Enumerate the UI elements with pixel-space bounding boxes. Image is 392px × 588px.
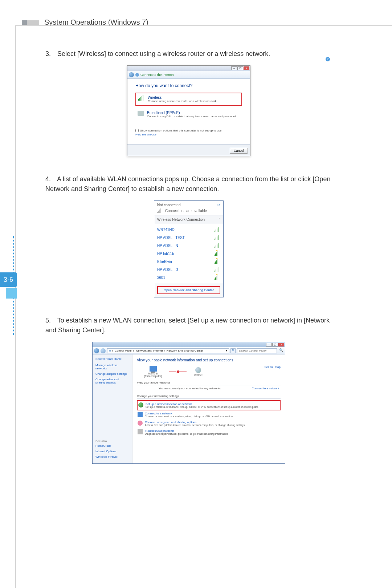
header-bullet-icon bbox=[22, 20, 39, 25]
connect-network-item[interactable]: Connect to a networkConnect or reconnect… bbox=[137, 410, 281, 419]
sidebar-link[interactable]: Change advanced sharing settings bbox=[95, 378, 129, 384]
signal-weak-icon bbox=[215, 267, 220, 272]
breadcrumb-segment: Network and Sharing Center bbox=[167, 349, 203, 352]
item-desc: Connect or reconnect to a wireless, wire… bbox=[145, 415, 233, 418]
main-pane: View your basic network information and … bbox=[132, 354, 285, 463]
sidebar-link[interactable]: Change adapter settings bbox=[95, 372, 129, 376]
see-also-label: See also bbox=[95, 439, 118, 443]
breadcrumb-segment: Control Panel bbox=[115, 349, 132, 352]
signal-icon bbox=[215, 235, 220, 240]
step-number: 3. bbox=[45, 49, 56, 59]
step-text: A list of available WLAN connections pop… bbox=[45, 175, 330, 192]
control-panel-home-link[interactable]: Control Panel Home bbox=[95, 357, 129, 361]
back-icon[interactable] bbox=[129, 72, 134, 77]
maximize-icon[interactable]: ▢ bbox=[272, 343, 278, 346]
setup-new-connection-item[interactable]: Set up a new connection or networkSet up… bbox=[137, 400, 281, 410]
refresh-icon[interactable]: ⟳ bbox=[230, 348, 236, 353]
homegroup-item[interactable]: Choose homegroup and sharing optionsAcce… bbox=[137, 419, 281, 428]
see-full-map-link[interactable]: See full map bbox=[265, 365, 281, 369]
content-area: 3. Select [Wireless] to connect using a … bbox=[45, 49, 332, 464]
see-also-link[interactable]: Windows Firewall bbox=[95, 455, 118, 458]
item-desc: Diagnose and repair network problems, or… bbox=[145, 433, 228, 435]
page-number-tab: 3-6 bbox=[0, 236, 17, 335]
close-icon[interactable]: x bbox=[278, 343, 284, 346]
settings-header: Change your networking settings bbox=[137, 394, 281, 399]
forward-icon[interactable] bbox=[135, 73, 139, 77]
step-number: 4. bbox=[45, 174, 56, 184]
search-icon[interactable]: 🔍 bbox=[278, 348, 283, 353]
wlan-item[interactable]: EllieElvin bbox=[157, 257, 220, 265]
maximize-icon[interactable]: ▢ bbox=[237, 66, 243, 70]
homegroup-icon bbox=[138, 421, 143, 426]
cancel-button[interactable]: Cancel bbox=[230, 148, 248, 154]
breadcrumb-path[interactable]: ◈ ▸Control Panel ▸Network and Internet ▸… bbox=[107, 348, 229, 353]
address-bar: ◈ ▸Control Panel ▸Network and Internet ▸… bbox=[93, 347, 285, 354]
internet-node: Internet bbox=[194, 367, 203, 376]
show-options-checkbox[interactable] bbox=[135, 129, 139, 132]
signal-icon bbox=[157, 208, 163, 213]
wlan-section-header[interactable]: Wireless Network Connection ˄ bbox=[154, 215, 223, 224]
step-text: To establish a new WLAN connection, sele… bbox=[45, 317, 330, 334]
option-desc: Connect using DSL or cable that requires… bbox=[147, 115, 237, 118]
signal-icon bbox=[215, 227, 220, 232]
help-me-choose-link[interactable]: Help me choose bbox=[135, 133, 242, 136]
sidebar: Control Panel Home Manage wireless netwo… bbox=[93, 354, 132, 463]
network-map: MSI-MSI (This computer) ——✖—— Internet bbox=[137, 366, 281, 377]
minimize-icon[interactable]: – bbox=[266, 343, 272, 346]
search-input[interactable] bbox=[237, 348, 277, 353]
step-text: Select [Wireless] to connect using a wir… bbox=[57, 50, 270, 57]
refresh-icon[interactable]: ⟳ bbox=[217, 203, 220, 207]
item-title: Connect to a network bbox=[145, 412, 233, 415]
wlan-name: 3601 bbox=[157, 276, 165, 280]
wlan-status: Not connected ⟳ Connections are availabl… bbox=[154, 201, 223, 215]
see-also-section: See also HomeGroup Internet Options Wind… bbox=[95, 439, 118, 461]
signal-icon bbox=[215, 243, 220, 248]
wlan-item[interactable]: HP ADSL - TEST bbox=[157, 234, 220, 242]
wizard-footer: Cancel bbox=[127, 144, 250, 156]
connect-to-network-link[interactable]: Connect to a network bbox=[252, 387, 279, 390]
forward-icon[interactable] bbox=[101, 348, 106, 353]
connect-wizard-window: – ▢ x Connect to the Internet How do you… bbox=[127, 65, 250, 156]
wlan-item[interactable]: HP ADSL - N bbox=[157, 242, 220, 250]
see-also-link[interactable]: HomeGroup bbox=[95, 444, 118, 447]
wlan-name: HP ADSL - TEST bbox=[157, 236, 185, 240]
signal-star-icon bbox=[215, 259, 220, 264]
option-title: Broadband (PPPoE) bbox=[147, 111, 237, 115]
modem-icon bbox=[138, 111, 144, 116]
wlan-item[interactable]: HP lab11b bbox=[157, 250, 220, 257]
dotted-line-icon bbox=[13, 299, 14, 335]
monitor-icon bbox=[138, 412, 143, 417]
wlan-footer: Open Network and Sharing Center bbox=[154, 283, 223, 297]
wlan-item[interactable]: WR741ND bbox=[157, 226, 220, 234]
troubleshoot-item[interactable]: Troubleshoot problemsDiagnose and repair… bbox=[137, 428, 281, 437]
show-options-label: Show connection options that this comput… bbox=[140, 129, 221, 132]
disconnected-icon: ——✖—— bbox=[169, 370, 187, 374]
sidebar-link[interactable]: Manage wireless networks bbox=[95, 364, 129, 370]
wlan-item[interactable]: 3601 bbox=[157, 273, 220, 281]
collapse-icon: ˄ bbox=[219, 218, 220, 222]
help-icon[interactable]: ? bbox=[326, 57, 330, 61]
minimize-icon[interactable]: – bbox=[231, 66, 237, 70]
see-also-link[interactable]: Internet Options bbox=[95, 450, 118, 453]
item-desc: Access files and printers located on oth… bbox=[145, 424, 245, 426]
step-number: 5. bbox=[45, 316, 56, 325]
page-number: 3-6 bbox=[0, 272, 17, 287]
close-icon[interactable]: x bbox=[244, 66, 249, 70]
back-icon[interactable] bbox=[94, 348, 99, 353]
step-5: 5. To establish a new WLAN connection, s… bbox=[45, 316, 332, 335]
internet-label: Internet bbox=[194, 374, 203, 376]
option-wireless[interactable]: Wireless Connect using a wireless router… bbox=[135, 93, 242, 106]
networking-settings: Change your networking settings Set up a… bbox=[137, 394, 281, 437]
connections-available-label: Connections are available bbox=[165, 209, 207, 213]
open-network-sharing-center-link[interactable]: Open Network and Sharing Center bbox=[157, 286, 220, 294]
active-networks-label: View your active networks bbox=[137, 381, 170, 384]
wlan-header-label: Wireless Network Connection bbox=[157, 218, 205, 222]
active-networks: View your active networks You are curren… bbox=[137, 381, 281, 390]
this-computer-node: MSI-MSI (This computer) bbox=[144, 366, 162, 377]
option-broadband[interactable]: Broadband (PPPoE) Connect using DSL or c… bbox=[135, 109, 242, 120]
troubleshoot-icon bbox=[138, 429, 143, 434]
globe-icon bbox=[195, 367, 201, 373]
wlan-item[interactable]: HP ADSL - G bbox=[157, 265, 220, 273]
wlan-list: WR741ND HP ADSL - TEST HP ADSL - N HP la… bbox=[154, 224, 223, 283]
item-title: Set up a new connection or network bbox=[146, 402, 258, 406]
